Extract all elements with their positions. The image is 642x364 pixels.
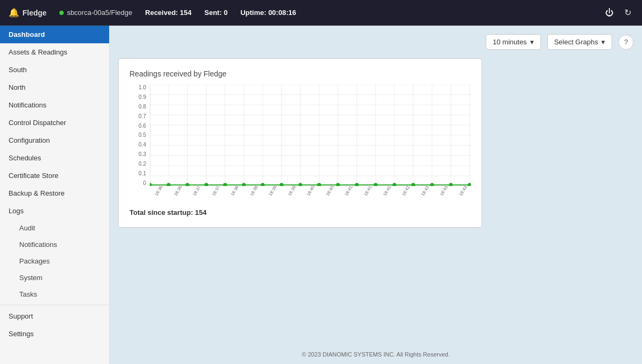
sidebar-item-dashboard[interactable]: Dashboard — [0, 26, 109, 43]
x-label-16: 18:43:59 — [458, 186, 471, 197]
sidebar-item-north[interactable]: North — [0, 79, 109, 96]
sidebar-item-logs-label: Logs — [9, 207, 24, 215]
sidebar-item-support-label: Support — [9, 312, 33, 320]
server-name: sbcorca-00a5/Fledge — [67, 9, 132, 17]
server-info: sbcorca-00a5/Fledge — [59, 9, 132, 17]
sidebar-subitem-system[interactable]: System — [0, 269, 109, 286]
x-label-6: 18:39:00 — [268, 186, 280, 197]
received-value: 154 — [180, 9, 192, 17]
sidebar-item-backup-restore[interactable]: Backup & Restore — [0, 184, 109, 202]
y-label-03: 0.3 — [139, 151, 146, 157]
sidebar-item-schedules[interactable]: Schedules — [0, 149, 109, 167]
y-label-08: 0.8 — [139, 104, 146, 110]
sidebar-subitem-audit[interactable]: Audit — [0, 220, 109, 236]
sidebar-item-certificate-store[interactable]: Certificate Store — [0, 167, 109, 184]
y-label-04: 0.4 — [139, 142, 146, 148]
fledge-icon: 🔔 — [9, 7, 19, 18]
y-axis: 1.0 0.9 0.8 0.7 0.6 0.5 0.4 0.3 0.2 0.1 … — [129, 84, 148, 186]
sidebar-subitem-audit-label: Audit — [19, 224, 35, 232]
x-label-0: 18:36:29 — [154, 186, 166, 197]
chart-svg — [150, 84, 471, 186]
sidebar-subitem-system-label: System — [19, 274, 42, 282]
sidebar-item-settings[interactable]: Settings — [0, 325, 109, 343]
sidebar-subitem-packages-label: Packages — [19, 257, 50, 265]
select-graphs-dropdown[interactable]: Select Graphs ▾ — [547, 34, 612, 50]
y-label-01: 0.1 — [139, 171, 146, 176]
y-label-10: 1.0 — [139, 84, 146, 90]
sidebar-item-backup-restore-label: Backup & Restore — [9, 189, 65, 197]
sidebar-item-schedules-label: Schedules — [9, 154, 41, 162]
footer-text: © 2023 DIANOMIC SYSTEMS INC. All Rights … — [302, 351, 449, 358]
chart-card: Readings received by Fledge 1.0 0.9 0.8 … — [118, 58, 482, 228]
sent-label: Sent: — [204, 9, 222, 17]
server-status-dot — [59, 11, 64, 15]
sidebar-item-south-label: South — [9, 66, 27, 74]
y-label-05: 0.5 — [139, 132, 146, 138]
x-label-7: 18:39:30 — [287, 186, 300, 197]
x-label-5: 18:38:30 — [249, 186, 262, 197]
y-label-00: 0 — [143, 180, 146, 186]
y-label-06: 0.6 — [139, 123, 146, 129]
x-label-2: 18:37:29 — [192, 186, 204, 197]
uptime-label: Uptime: — [240, 9, 266, 17]
main-layout: Dashboard Assets & Readings South North … — [0, 26, 642, 364]
sidebar-item-logs[interactable]: Logs — [0, 202, 109, 220]
x-label-3: 18:37:59 — [211, 186, 223, 197]
header: 🔔 Fledge sbcorca-00a5/Fledge Received: 1… — [0, 0, 642, 26]
time-range-dropdown[interactable]: 10 minutes ▾ — [486, 34, 541, 50]
sidebar-item-control-dispatcher-label: Control Dispatcher — [9, 119, 66, 127]
x-label-11: 18:41:29 — [363, 186, 376, 197]
chart-title: Readings received by Fledge — [129, 69, 471, 78]
sent-stat: Sent: 0 — [204, 9, 227, 17]
sidebar-item-notifications[interactable]: Notifications — [0, 96, 109, 114]
chart-total: Total since startup: 154 — [129, 208, 471, 216]
sent-value: 0 — [224, 9, 227, 17]
x-label-9: 18:40:30 — [325, 186, 338, 197]
x-label-4: 18:38:00 — [230, 186, 242, 197]
help-icon: ? — [624, 38, 628, 46]
controls-row: 10 minutes ▾ Select Graphs ▾ ? — [118, 34, 633, 50]
received-label: Received: — [145, 9, 178, 17]
chart-total-label: Total since startup: — [129, 208, 193, 216]
x-label-10: 18:41:00 — [344, 186, 356, 197]
sidebar-divider — [0, 305, 109, 305]
refresh-button[interactable]: ↻ — [622, 5, 633, 20]
sidebar-item-south[interactable]: South — [0, 61, 109, 79]
time-range-chevron-icon: ▾ — [530, 38, 534, 46]
sidebar-item-notifications-label: Notifications — [9, 101, 47, 109]
sidebar-item-control-dispatcher[interactable]: Control Dispatcher — [0, 114, 109, 131]
select-graphs-chevron-icon: ▾ — [601, 38, 605, 46]
sidebar-item-configuration[interactable]: Configuration — [0, 131, 109, 149]
header-actions: ⏻ ↻ — [603, 5, 633, 20]
footer: © 2023 DIANOMIC SYSTEMS INC. All Rights … — [302, 351, 449, 358]
power-button[interactable]: ⏻ — [603, 6, 616, 20]
sidebar-item-dashboard-label: Dashboard — [9, 30, 45, 38]
sidebar-item-settings-label: Settings — [9, 330, 34, 338]
received-stat: Received: 154 — [145, 9, 192, 17]
x-label-14: 18:42:59 — [420, 186, 432, 197]
sidebar-item-support[interactable]: Support — [0, 307, 109, 325]
content-area: 10 minutes ▾ Select Graphs ▾ ? Readings … — [110, 26, 642, 364]
sidebar-item-assets-readings[interactable]: Assets & Readings — [0, 43, 109, 61]
app-name: Fledge — [22, 9, 47, 17]
x-label-12: 18:41:59 — [382, 186, 394, 197]
sidebar-subitem-tasks-label: Tasks — [19, 290, 37, 298]
x-label-13: 18:42:29 — [401, 186, 414, 197]
chart-container: 1.0 0.9 0.8 0.7 0.6 0.5 0.4 0.3 0.2 0.1 … — [129, 84, 471, 202]
x-axis: 18:36:29 18:36:59 18:37:29 18:37:59 18:3… — [150, 186, 471, 202]
y-label-09: 0.9 — [139, 94, 146, 100]
uptime-stat: Uptime: 00:08:16 — [240, 9, 296, 17]
select-graphs-label: Select Graphs — [554, 38, 598, 46]
time-range-label: 10 minutes — [493, 38, 527, 46]
sidebar-subitem-notifications[interactable]: Notifications — [0, 236, 109, 253]
sidebar-subitem-tasks[interactable]: Tasks — [0, 286, 109, 303]
help-button[interactable]: ? — [618, 35, 633, 50]
y-label-02: 0.2 — [139, 161, 146, 167]
x-label-1: 18:36:59 — [173, 186, 185, 197]
sidebar-subitem-notifications-label: Notifications — [19, 241, 57, 249]
sidebar-item-north-label: North — [9, 83, 26, 91]
chart-total-value: 154 — [195, 208, 207, 216]
sidebar-item-certificate-store-label: Certificate Store — [9, 172, 58, 180]
y-label-07: 0.7 — [139, 113, 146, 119]
sidebar-subitem-packages[interactable]: Packages — [0, 253, 109, 269]
